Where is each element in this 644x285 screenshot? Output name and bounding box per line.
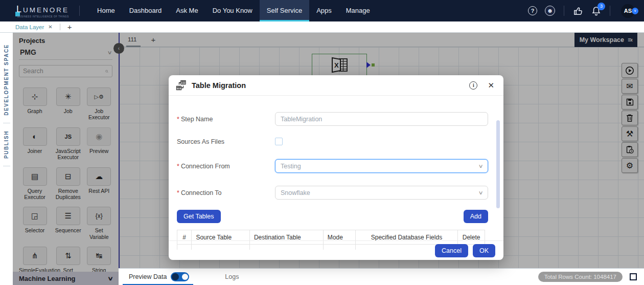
nav-item-ask-me[interactable]: Ask Me — [169, 0, 205, 21]
left-rail: DEVELOPMENT SPACE PUBLISH — [0, 33, 13, 285]
brand-tagline: BUSINESS INTELLIGENCE OF THINGS — [15, 15, 69, 18]
nav-item-do-you-know[interactable]: Do You Know — [205, 0, 260, 21]
close-modal-icon[interactable]: ✕ — [488, 81, 494, 90]
divider — [3, 166, 10, 166]
like-icon[interactable] — [573, 6, 584, 16]
app-body: DEVELOPMENT SPACE PUBLISH Projects PMG ∨… — [0, 33, 644, 285]
main-menu: Home Dashboard Ask Me Do You Know Self S… — [90, 0, 377, 21]
modal-title: Table Migration — [192, 81, 246, 90]
nav-item-dashboard[interactable]: Dashboard — [122, 0, 169, 21]
tab-label: Data Layer — [15, 24, 44, 30]
preview-data-label: Preview Data — [129, 273, 167, 280]
add-button[interactable]: Add — [464, 210, 488, 223]
preview-data-tab[interactable]: Preview Data — [119, 269, 196, 285]
nav-item-apps[interactable]: Apps — [309, 0, 339, 21]
connection-from-value: Testing — [281, 163, 301, 170]
connection-to-select[interactable]: Snowflake ∨ — [275, 186, 488, 200]
lumenore-logo[interactable]: LUMENORE BUSINESS INTELLIGENCE OF THINGS — [15, 4, 69, 18]
modal-footer: Cancel OK — [169, 240, 503, 260]
sources-as-files-row: Sources As Files — [177, 138, 488, 145]
tab-data-layer[interactable]: Data Layer ✕ — [15, 24, 53, 30]
avatar-chevron-icon: ∨ — [632, 8, 638, 14]
connection-from-label: Connection From — [181, 163, 230, 170]
table-migration-icon — [176, 80, 187, 91]
connection-to-label: Connection To — [181, 189, 222, 196]
chevron-down-icon: ∨ — [478, 190, 483, 195]
step-name-input[interactable] — [275, 112, 488, 126]
get-tables-button[interactable]: Get Tables — [177, 210, 221, 223]
logs-tab[interactable]: Logs — [225, 273, 239, 280]
modal-header: Table Migration i ✕ — [169, 75, 503, 96]
nav-item-home[interactable]: Home — [90, 0, 122, 21]
divider — [610, 6, 610, 16]
divider — [60, 24, 60, 30]
rail-publish[interactable]: PUBLISH — [4, 130, 9, 159]
bottom-panel: Preview Data Logs Total Rows Count: 1048… — [119, 268, 644, 285]
divider — [79, 6, 80, 16]
required-mark: * — [177, 116, 179, 123]
preview-data-toggle[interactable] — [171, 272, 189, 281]
connection-to-value: Snowflake — [281, 189, 310, 196]
divider — [3, 123, 10, 123]
nav-item-self-service[interactable]: Self Service — [260, 0, 309, 21]
divider — [564, 6, 564, 16]
close-tab-icon[interactable]: ✕ — [48, 24, 52, 30]
notification-badge: 3 — [597, 3, 605, 10]
modal-scrollbar[interactable] — [496, 120, 500, 208]
nav-item-manage[interactable]: Manage — [339, 0, 377, 21]
ok-button[interactable]: OK — [473, 244, 495, 257]
assistant-icon[interactable]: ☻ — [545, 6, 555, 16]
expand-panel-icon[interactable] — [630, 273, 637, 280]
notifications-button[interactable]: 3 — [591, 6, 601, 16]
required-mark: * — [177, 163, 179, 170]
info-icon[interactable]: i — [469, 81, 477, 90]
step-name-row: *Step Name — [177, 112, 488, 126]
sources-as-files-label: Sources As Files — [177, 138, 224, 145]
sources-as-files-checkbox[interactable] — [275, 138, 283, 145]
document-tabbar: Data Layer ✕ + — [0, 21, 644, 33]
total-rows-badge: Total Rows Count: 1048417 — [538, 272, 623, 282]
modal-body: *Step Name Sources As Files *Connection … — [169, 96, 503, 250]
rail-development-space[interactable]: DEVELOPMENT SPACE — [4, 44, 9, 116]
required-mark: * — [177, 189, 179, 196]
brand-text: LUMENORE — [15, 4, 69, 15]
cancel-button[interactable]: Cancel — [435, 244, 468, 257]
help-icon[interactable]: ? — [528, 6, 537, 15]
step-name-label: Step Name — [181, 116, 213, 123]
add-tab-button[interactable]: + — [67, 23, 72, 31]
top-navbar: LUMENORE BUSINESS INTELLIGENCE OF THINGS… — [0, 0, 644, 21]
user-avatar[interactable]: AS ∨ — [621, 4, 635, 18]
chevron-down-icon: ∨ — [478, 163, 483, 169]
connection-from-select[interactable]: Testing ∨ — [275, 159, 488, 173]
connection-to-row: *Connection To Snowflake ∨ — [177, 186, 488, 200]
connection-from-row: *Connection From Testing ∨ — [177, 159, 488, 173]
table-migration-modal: Table Migration i ✕ *Step Name Sources A… — [169, 75, 503, 260]
